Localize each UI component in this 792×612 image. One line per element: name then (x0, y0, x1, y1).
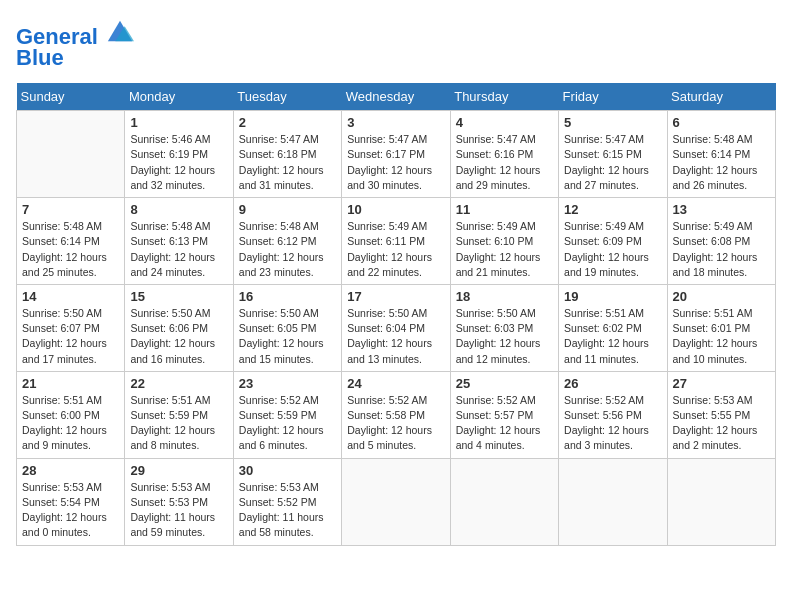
day-info: Sunrise: 5:47 AMSunset: 6:18 PMDaylight:… (239, 132, 336, 193)
day-number: 7 (22, 202, 119, 217)
day-info: Sunrise: 5:47 AMSunset: 6:15 PMDaylight:… (564, 132, 661, 193)
day-number: 22 (130, 376, 227, 391)
day-info: Sunrise: 5:51 AMSunset: 5:59 PMDaylight:… (130, 393, 227, 454)
calendar-cell (559, 458, 667, 545)
day-info: Sunrise: 5:49 AMSunset: 6:08 PMDaylight:… (673, 219, 770, 280)
day-info: Sunrise: 5:50 AMSunset: 6:07 PMDaylight:… (22, 306, 119, 367)
day-number: 11 (456, 202, 553, 217)
day-number: 30 (239, 463, 336, 478)
calendar-cell: 7Sunrise: 5:48 AMSunset: 6:14 PMDaylight… (17, 198, 125, 285)
calendar-cell: 2Sunrise: 5:47 AMSunset: 6:18 PMDaylight… (233, 111, 341, 198)
calendar-cell: 4Sunrise: 5:47 AMSunset: 6:16 PMDaylight… (450, 111, 558, 198)
day-info: Sunrise: 5:53 AMSunset: 5:54 PMDaylight:… (22, 480, 119, 541)
calendar-cell: 24Sunrise: 5:52 AMSunset: 5:58 PMDayligh… (342, 371, 450, 458)
day-info: Sunrise: 5:48 AMSunset: 6:13 PMDaylight:… (130, 219, 227, 280)
day-number: 20 (673, 289, 770, 304)
weekday-header-thursday: Thursday (450, 83, 558, 111)
day-number: 24 (347, 376, 444, 391)
day-number: 2 (239, 115, 336, 130)
day-number: 12 (564, 202, 661, 217)
day-info: Sunrise: 5:52 AMSunset: 5:59 PMDaylight:… (239, 393, 336, 454)
day-info: Sunrise: 5:46 AMSunset: 6:19 PMDaylight:… (130, 132, 227, 193)
day-info: Sunrise: 5:49 AMSunset: 6:11 PMDaylight:… (347, 219, 444, 280)
calendar-cell: 3Sunrise: 5:47 AMSunset: 6:17 PMDaylight… (342, 111, 450, 198)
calendar-cell: 26Sunrise: 5:52 AMSunset: 5:56 PMDayligh… (559, 371, 667, 458)
day-info: Sunrise: 5:52 AMSunset: 5:57 PMDaylight:… (456, 393, 553, 454)
calendar-cell (17, 111, 125, 198)
calendar-cell (342, 458, 450, 545)
day-number: 16 (239, 289, 336, 304)
calendar-table: SundayMondayTuesdayWednesdayThursdayFrid… (16, 83, 776, 545)
day-info: Sunrise: 5:50 AMSunset: 6:05 PMDaylight:… (239, 306, 336, 367)
calendar-cell: 28Sunrise: 5:53 AMSunset: 5:54 PMDayligh… (17, 458, 125, 545)
day-number: 25 (456, 376, 553, 391)
day-number: 27 (673, 376, 770, 391)
logo-icon (106, 16, 134, 44)
calendar-cell: 5Sunrise: 5:47 AMSunset: 6:15 PMDaylight… (559, 111, 667, 198)
calendar-cell: 21Sunrise: 5:51 AMSunset: 6:00 PMDayligh… (17, 371, 125, 458)
calendar-cell: 18Sunrise: 5:50 AMSunset: 6:03 PMDayligh… (450, 284, 558, 371)
day-number: 6 (673, 115, 770, 130)
day-info: Sunrise: 5:50 AMSunset: 6:06 PMDaylight:… (130, 306, 227, 367)
day-info: Sunrise: 5:47 AMSunset: 6:16 PMDaylight:… (456, 132, 553, 193)
day-number: 13 (673, 202, 770, 217)
calendar-cell: 8Sunrise: 5:48 AMSunset: 6:13 PMDaylight… (125, 198, 233, 285)
weekday-header-saturday: Saturday (667, 83, 775, 111)
calendar-cell: 25Sunrise: 5:52 AMSunset: 5:57 PMDayligh… (450, 371, 558, 458)
day-info: Sunrise: 5:53 AMSunset: 5:52 PMDaylight:… (239, 480, 336, 541)
day-number: 23 (239, 376, 336, 391)
calendar-cell: 22Sunrise: 5:51 AMSunset: 5:59 PMDayligh… (125, 371, 233, 458)
day-info: Sunrise: 5:53 AMSunset: 5:55 PMDaylight:… (673, 393, 770, 454)
calendar-cell (450, 458, 558, 545)
calendar-cell: 9Sunrise: 5:48 AMSunset: 6:12 PMDaylight… (233, 198, 341, 285)
day-number: 1 (130, 115, 227, 130)
calendar-cell: 17Sunrise: 5:50 AMSunset: 6:04 PMDayligh… (342, 284, 450, 371)
calendar-cell: 19Sunrise: 5:51 AMSunset: 6:02 PMDayligh… (559, 284, 667, 371)
day-number: 15 (130, 289, 227, 304)
page-header: General Blue (16, 16, 776, 71)
weekday-header-friday: Friday (559, 83, 667, 111)
day-number: 19 (564, 289, 661, 304)
day-number: 14 (22, 289, 119, 304)
day-info: Sunrise: 5:48 AMSunset: 6:14 PMDaylight:… (673, 132, 770, 193)
day-number: 8 (130, 202, 227, 217)
day-info: Sunrise: 5:49 AMSunset: 6:09 PMDaylight:… (564, 219, 661, 280)
day-info: Sunrise: 5:48 AMSunset: 6:12 PMDaylight:… (239, 219, 336, 280)
day-number: 5 (564, 115, 661, 130)
day-info: Sunrise: 5:49 AMSunset: 6:10 PMDaylight:… (456, 219, 553, 280)
calendar-cell: 14Sunrise: 5:50 AMSunset: 6:07 PMDayligh… (17, 284, 125, 371)
day-number: 10 (347, 202, 444, 217)
day-number: 3 (347, 115, 444, 130)
day-number: 21 (22, 376, 119, 391)
calendar-cell: 16Sunrise: 5:50 AMSunset: 6:05 PMDayligh… (233, 284, 341, 371)
calendar-cell: 11Sunrise: 5:49 AMSunset: 6:10 PMDayligh… (450, 198, 558, 285)
day-info: Sunrise: 5:52 AMSunset: 5:56 PMDaylight:… (564, 393, 661, 454)
weekday-header-sunday: Sunday (17, 83, 125, 111)
day-number: 18 (456, 289, 553, 304)
calendar-cell: 20Sunrise: 5:51 AMSunset: 6:01 PMDayligh… (667, 284, 775, 371)
day-number: 29 (130, 463, 227, 478)
calendar-cell: 13Sunrise: 5:49 AMSunset: 6:08 PMDayligh… (667, 198, 775, 285)
day-number: 9 (239, 202, 336, 217)
day-info: Sunrise: 5:52 AMSunset: 5:58 PMDaylight:… (347, 393, 444, 454)
day-info: Sunrise: 5:51 AMSunset: 6:02 PMDaylight:… (564, 306, 661, 367)
calendar-cell: 6Sunrise: 5:48 AMSunset: 6:14 PMDaylight… (667, 111, 775, 198)
calendar-cell: 27Sunrise: 5:53 AMSunset: 5:55 PMDayligh… (667, 371, 775, 458)
calendar-cell: 1Sunrise: 5:46 AMSunset: 6:19 PMDaylight… (125, 111, 233, 198)
weekday-header-tuesday: Tuesday (233, 83, 341, 111)
calendar-cell: 29Sunrise: 5:53 AMSunset: 5:53 PMDayligh… (125, 458, 233, 545)
day-info: Sunrise: 5:51 AMSunset: 6:01 PMDaylight:… (673, 306, 770, 367)
weekday-header-monday: Monday (125, 83, 233, 111)
day-info: Sunrise: 5:50 AMSunset: 6:03 PMDaylight:… (456, 306, 553, 367)
day-number: 4 (456, 115, 553, 130)
day-info: Sunrise: 5:48 AMSunset: 6:14 PMDaylight:… (22, 219, 119, 280)
day-number: 17 (347, 289, 444, 304)
day-number: 28 (22, 463, 119, 478)
logo: General Blue (16, 16, 134, 71)
day-number: 26 (564, 376, 661, 391)
calendar-cell: 12Sunrise: 5:49 AMSunset: 6:09 PMDayligh… (559, 198, 667, 285)
weekday-header-wednesday: Wednesday (342, 83, 450, 111)
day-info: Sunrise: 5:51 AMSunset: 6:00 PMDaylight:… (22, 393, 119, 454)
day-info: Sunrise: 5:50 AMSunset: 6:04 PMDaylight:… (347, 306, 444, 367)
calendar-cell: 30Sunrise: 5:53 AMSunset: 5:52 PMDayligh… (233, 458, 341, 545)
